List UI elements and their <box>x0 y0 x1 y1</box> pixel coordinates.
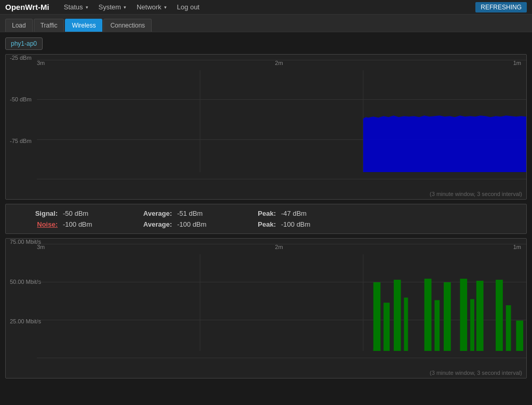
nav-logout[interactable]: Log out <box>173 1 204 13</box>
svg-rect-10 <box>404 297 408 351</box>
signal-stats-row: Signal: -50 dBm Average: -51 dBm Peak: -… <box>16 210 516 217</box>
stats-bar: Signal: -50 dBm Average: -51 dBm Peak: -… <box>5 204 527 234</box>
br-y-top: 75.00 Mbit/s <box>10 239 41 245</box>
nav-network[interactable]: Network ▾ <box>132 1 171 13</box>
nav-status[interactable]: Status ▾ <box>60 1 92 13</box>
svg-rect-18 <box>506 305 511 351</box>
noise-label: Noise: <box>16 220 58 228</box>
chevron-down-icon: ▾ <box>164 5 167 10</box>
y-label-mid: -50 dBm <box>10 96 32 102</box>
signal-peak-value: -47 dBm <box>281 210 307 217</box>
br-grid-4 <box>37 358 526 358</box>
svg-rect-17 <box>496 280 503 351</box>
brand: OpenWrt-Mi <box>5 3 49 11</box>
tab-connections[interactable]: Connections <box>103 19 152 32</box>
svg-rect-16 <box>476 281 484 351</box>
svg-rect-8 <box>383 303 390 351</box>
tab-bar: Load Traffic Wireless Connections <box>0 15 532 32</box>
svg-rect-15 <box>470 299 474 351</box>
chevron-down-icon: ▾ <box>86 5 88 10</box>
br-y-mid: 50.00 Mbit/s <box>10 279 41 285</box>
svg-rect-12 <box>434 300 440 351</box>
br-y-bot: 25.00 Mbit/s <box>10 318 41 324</box>
refresh-button[interactable]: REFRESHING <box>475 2 527 12</box>
br-grid-1 <box>37 244 526 244</box>
signal-peak-label: Peak: <box>250 210 276 217</box>
tab-traffic[interactable]: Traffic <box>34 19 64 32</box>
signal-avg-group: Average: -51 dBm <box>136 210 219 217</box>
bitrate-chart-svg <box>37 254 526 351</box>
signal-value: -50 dBm <box>63 210 104 217</box>
y-label-bot: -75 dBm <box>10 138 32 144</box>
signal-avg-value: -51 dBm <box>177 210 219 217</box>
noise-avg-label: Average: <box>136 220 172 228</box>
bitrate-chart-footer: (3 minute window, 3 second interval) <box>6 369 526 378</box>
svg-rect-7 <box>374 282 381 351</box>
signal-label: Signal: <box>16 210 58 217</box>
bitrate-y-axis: 75.00 Mbit/s 50.00 Mbit/s 25.00 Mbit/s <box>10 239 41 358</box>
content: phy1-ap0 -25 dBm -50 dBm -75 dBm 3m 2m 1… <box>0 32 532 388</box>
signal-chart-container: -25 dBm -50 dBm -75 dBm 3m 2m 1m <box>5 54 527 200</box>
tab-wireless[interactable]: Wireless <box>65 19 102 32</box>
noise-stats-row: Noise: -100 dBm Average: -100 dBm Peak: … <box>16 220 516 228</box>
signal-y-axis: -25 dBm -50 dBm -75 dBm <box>10 55 32 179</box>
noise-peak-value: -100 dBm <box>281 220 310 228</box>
signal-chart-footer: (3 minute window, 3 second interval) <box>6 190 526 199</box>
grid-line-4 <box>37 179 526 179</box>
svg-rect-19 <box>516 321 523 351</box>
chevron-down-icon: ▾ <box>124 5 126 10</box>
signal-avg-label: Average: <box>136 210 172 217</box>
tab-load[interactable]: Load <box>5 19 33 32</box>
svg-rect-14 <box>460 279 467 351</box>
y-label-top: -25 dBm <box>10 55 32 61</box>
grid-line-1 <box>37 60 526 60</box>
header: OpenWrt-Mi Status ▾ System ▾ Network ▾ L… <box>0 0 532 15</box>
svg-rect-11 <box>424 279 432 351</box>
noise-avg-value: -100 dBm <box>177 220 219 228</box>
noise-avg-group: Average: -100 dBm <box>136 220 219 228</box>
svg-rect-13 <box>444 282 451 351</box>
noise-value: -100 dBm <box>63 220 104 228</box>
nav-system[interactable]: System ▾ <box>95 1 130 13</box>
bitrate-chart-area: 75.00 Mbit/s 50.00 Mbit/s 25.00 Mbit/s 3… <box>6 239 526 369</box>
svg-rect-9 <box>394 280 401 351</box>
signal-chart-area: -25 dBm -50 dBm -75 dBm 3m 2m 1m <box>6 55 526 190</box>
svg-marker-2 <box>363 115 526 172</box>
noise-peak-label: Peak: <box>250 220 276 228</box>
bitrate-chart-container: 75.00 Mbit/s 50.00 Mbit/s 25.00 Mbit/s 3… <box>5 238 527 378</box>
interface-tab[interactable]: phy1-ap0 <box>5 37 43 50</box>
signal-chart-svg <box>37 70 526 172</box>
